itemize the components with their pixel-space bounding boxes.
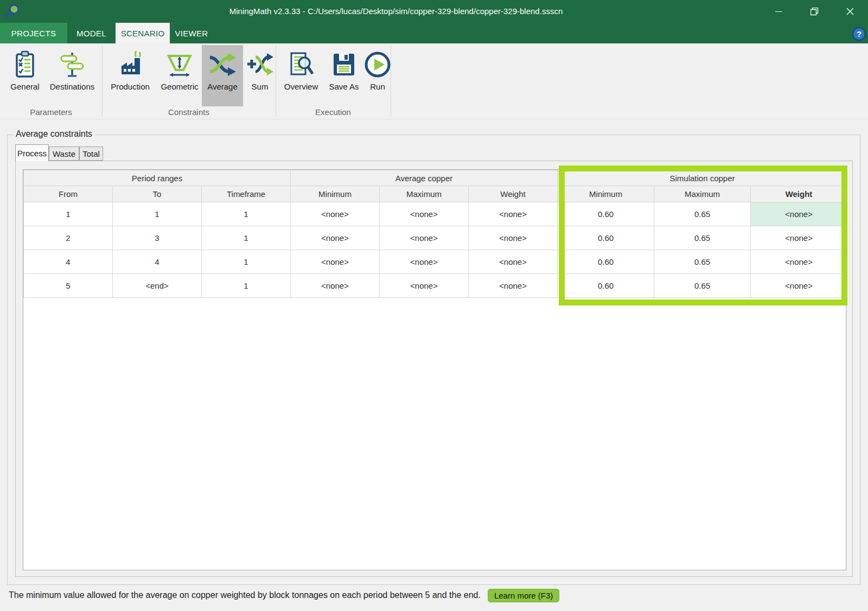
execution-group-caption: Execution bbox=[276, 107, 391, 119]
table-row: 4 4 1 <none> <none> <none> 0.60 0.65 <no… bbox=[24, 250, 847, 274]
group-header-simulation-copper: Simulation copper bbox=[558, 170, 847, 186]
table-cell[interactable]: <none> bbox=[291, 202, 380, 226]
table-cell[interactable]: <none> bbox=[380, 250, 469, 274]
geometric-button[interactable]: Geometric bbox=[157, 45, 202, 106]
save-as-button-label: Save As bbox=[329, 82, 359, 91]
minimize-icon bbox=[775, 11, 782, 12]
table-cell[interactable]: <none> bbox=[380, 226, 469, 250]
sum-button[interactable]: Sum bbox=[245, 45, 275, 106]
groupbox-title: Average constraints bbox=[13, 129, 95, 139]
ribbon-toolbar: General Destinations Parameters Producti… bbox=[0, 43, 868, 119]
column-header-to[interactable]: To bbox=[113, 186, 202, 202]
general-button-label: General bbox=[10, 82, 39, 91]
group-header-average-copper: Average copper bbox=[291, 170, 558, 186]
overview-button-label: Overview bbox=[284, 82, 318, 91]
table-cell[interactable]: 1 bbox=[202, 250, 291, 274]
menu-tab-projects[interactable]: PROJECTS bbox=[0, 23, 67, 43]
table-cell[interactable]: <none> bbox=[469, 226, 558, 250]
table-cell[interactable]: 0.65 bbox=[654, 274, 751, 298]
group-separator bbox=[102, 46, 103, 117]
play-circle-icon bbox=[362, 49, 393, 80]
table-cell[interactable]: <none> bbox=[291, 274, 380, 298]
table-cell[interactable]: <none> bbox=[380, 202, 469, 226]
production-button-label: Production bbox=[111, 82, 150, 91]
menu-tab-scenario[interactable]: SCENARIO bbox=[116, 23, 170, 43]
table-cell[interactable]: 1 bbox=[202, 202, 291, 226]
table-cell[interactable]: <none> bbox=[469, 274, 558, 298]
window-title: MiningMath v2.3.33 - C:/Users/lucas/Desk… bbox=[0, 0, 792, 23]
table-cell[interactable]: 1 bbox=[202, 226, 291, 250]
table-cell[interactable]: 0.60 bbox=[558, 250, 654, 274]
column-header-sim-minimum[interactable]: Minimum bbox=[558, 186, 654, 202]
minimize-button[interactable] bbox=[761, 0, 796, 23]
overview-button[interactable]: Overview bbox=[282, 45, 320, 106]
close-button[interactable] bbox=[832, 0, 868, 23]
table-cell[interactable]: <none> bbox=[751, 226, 847, 250]
average-button[interactable]: Average bbox=[202, 45, 243, 106]
general-button[interactable]: General bbox=[9, 45, 41, 106]
restore-icon bbox=[810, 8, 819, 16]
table-cell[interactable]: 1 bbox=[113, 202, 202, 226]
column-header-from[interactable]: From bbox=[24, 186, 113, 202]
column-header-timeframe[interactable]: Timeframe bbox=[202, 186, 291, 202]
table-cell[interactable]: 0.60 bbox=[558, 274, 654, 298]
restore-button[interactable] bbox=[796, 0, 832, 23]
table-cell[interactable]: <none> bbox=[469, 250, 558, 274]
table-cell[interactable]: <none> bbox=[751, 274, 847, 298]
menu-tab-model[interactable]: MODEL bbox=[67, 23, 116, 43]
table-cell[interactable]: 1 bbox=[24, 202, 113, 226]
table-cell[interactable]: <none> bbox=[751, 250, 847, 274]
production-button[interactable]: Production bbox=[107, 45, 153, 106]
column-header-avg-maximum[interactable]: Maximum bbox=[380, 186, 469, 202]
table-cell[interactable]: 2 bbox=[24, 226, 113, 250]
title-bar: MiningMath v2.3.33 - C:/Users/lucas/Desk… bbox=[0, 0, 868, 23]
table-cell[interactable]: 0.60 bbox=[558, 226, 654, 250]
table-cell[interactable]: 1 bbox=[202, 274, 291, 298]
parameters-group-caption: Parameters bbox=[0, 107, 102, 119]
table-cell[interactable]: <none> bbox=[291, 226, 380, 250]
table-cell[interactable]: 0.65 bbox=[654, 226, 751, 250]
table-cell[interactable]: <end> bbox=[113, 274, 202, 298]
tab-process[interactable]: Process bbox=[15, 144, 49, 161]
shuffle-arrows-icon bbox=[207, 49, 238, 80]
plus-shuffle-icon bbox=[245, 49, 275, 80]
run-button-label: Run bbox=[370, 82, 385, 91]
table-cell[interactable]: 5 bbox=[24, 274, 113, 298]
table-cell[interactable]: 3 bbox=[113, 226, 202, 250]
group-separator bbox=[276, 46, 276, 117]
factory-icon bbox=[115, 49, 145, 80]
tab-waste[interactable]: Waste bbox=[49, 147, 79, 161]
column-header-sim-weight[interactable]: Weight bbox=[751, 186, 847, 202]
table-cell[interactable]: 0.65 bbox=[654, 202, 751, 226]
table-cell[interactable]: <none> bbox=[291, 250, 380, 274]
table-cell[interactable]: 4 bbox=[24, 250, 113, 274]
table-cell[interactable]: 0.65 bbox=[654, 250, 751, 274]
table-row: 5 <end> 1 <none> <none> <none> 0.60 0.65… bbox=[24, 274, 847, 298]
column-header-avg-minimum[interactable]: Minimum bbox=[291, 186, 380, 202]
status-bar: The minimum value allowed for the averag… bbox=[9, 585, 559, 606]
constraints-table: Period ranges Average copper Simulation … bbox=[23, 169, 846, 570]
destinations-button[interactable]: Destinations bbox=[43, 45, 101, 106]
column-header-sim-maximum[interactable]: Maximum bbox=[654, 186, 751, 202]
table-cell[interactable]: 4 bbox=[113, 250, 202, 274]
learn-more-button[interactable]: Learn more (F3) bbox=[488, 589, 559, 602]
sum-button-label: Sum bbox=[252, 82, 269, 91]
destinations-button-label: Destinations bbox=[50, 82, 95, 91]
table-cell[interactable]: <none> bbox=[380, 274, 469, 298]
menu-bar: PROJECTS MODEL SCENARIO VIEWER bbox=[0, 23, 868, 43]
tab-total[interactable]: Total bbox=[79, 147, 103, 161]
selected-table-cell[interactable]: <none> bbox=[751, 202, 847, 226]
window-controls bbox=[761, 0, 868, 23]
table-row: 1 1 1 <none> <none> <none> 0.60 0.65 <no… bbox=[24, 202, 847, 226]
table-cell[interactable]: 0.60 bbox=[558, 202, 654, 226]
save-as-button[interactable]: Save As bbox=[326, 45, 362, 106]
signpost-icon bbox=[57, 49, 87, 80]
average-button-label: Average bbox=[207, 82, 238, 91]
table-row: 2 3 1 <none> <none> <none> 0.60 0.65 <no… bbox=[24, 226, 847, 250]
column-header-avg-weight[interactable]: Weight bbox=[469, 186, 558, 202]
menu-tab-viewer[interactable]: VIEWER bbox=[170, 23, 213, 43]
table-cell[interactable]: <none> bbox=[469, 202, 558, 226]
close-icon bbox=[846, 8, 854, 15]
run-button[interactable]: Run bbox=[365, 45, 391, 106]
help-button[interactable]: ? bbox=[852, 27, 866, 41]
